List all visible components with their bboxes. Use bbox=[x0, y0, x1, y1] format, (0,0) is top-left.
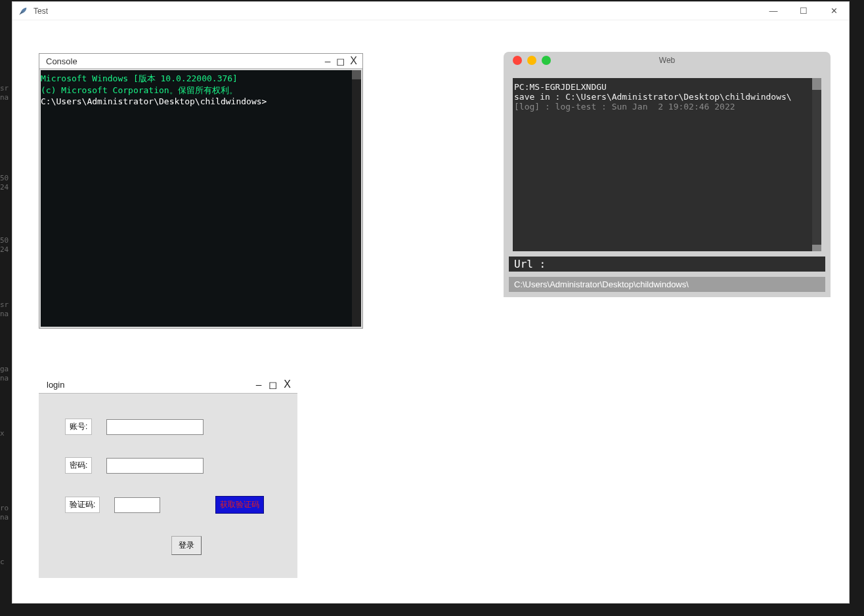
feather-icon bbox=[18, 6, 28, 16]
get-captcha-button[interactable]: 获取验证码 bbox=[215, 496, 264, 514]
account-label: 账号: bbox=[65, 419, 92, 435]
captcha-input[interactable] bbox=[114, 497, 160, 513]
login-window[interactable]: login ‒ ◻ X 账号: 密码: 验证码: bbox=[39, 376, 297, 578]
main-window: Test — ☐ ✕ Console ‒ ◻ X Microsoft Windo… bbox=[12, 1, 850, 604]
close-button[interactable]: ✕ bbox=[819, 2, 849, 20]
web-title: Web bbox=[504, 56, 831, 65]
console-title: Console bbox=[46, 56, 77, 66]
window-title: Test bbox=[33, 7, 48, 16]
login-minimize-button[interactable]: ‒ bbox=[255, 379, 262, 391]
console-prompt: C:\Users\Administrator\Desktop\childwind… bbox=[41, 96, 267, 106]
bg-fragment: x bbox=[0, 429, 9, 438]
bg-fragment: 50 24 bbox=[0, 174, 9, 192]
console-titlebar[interactable]: Console ‒ ◻ X bbox=[39, 54, 362, 69]
bg-fragment: 50 24 bbox=[0, 236, 9, 255]
login-close-button[interactable]: X bbox=[284, 379, 291, 391]
main-titlebar[interactable]: Test — ☐ ✕ bbox=[12, 2, 849, 20]
console-line-version: Microsoft Windows [版本 10.0.22000.376] bbox=[41, 73, 238, 83]
web-scrollbar[interactable] bbox=[812, 78, 821, 251]
console-window[interactable]: Console ‒ ◻ X Microsoft Windows [版本 10.0… bbox=[39, 53, 363, 329]
url-bar[interactable]: Url : bbox=[509, 257, 825, 272]
password-input[interactable] bbox=[106, 458, 204, 474]
login-titlebar[interactable]: login ‒ ◻ X bbox=[39, 376, 297, 394]
web-line-save: save in : C:\Users\Administrator\Desktop… bbox=[514, 92, 792, 102]
path-bar[interactable]: C:\Users\Administrator\Desktop\childwind… bbox=[509, 277, 825, 292]
captcha-label: 验证码: bbox=[65, 497, 100, 513]
console-output[interactable]: Microsoft Windows [版本 10.0.22000.376] (c… bbox=[41, 70, 361, 327]
console-maximize-button[interactable]: ◻ bbox=[336, 55, 345, 68]
web-window[interactable]: Web PC:MS-EGRJDELXNDGU save in : C:\User… bbox=[504, 52, 831, 297]
web-line-log: [log] : log-test : Sun Jan 2 19:02:46 20… bbox=[514, 102, 735, 112]
login-body: 账号: 密码: 验证码: 获取验证码 登录 bbox=[39, 394, 297, 578]
web-output[interactable]: PC:MS-EGRJDELXNDGU save in : C:\Users\Ad… bbox=[513, 78, 821, 251]
maximize-button[interactable]: ☐ bbox=[788, 2, 819, 20]
login-title: login bbox=[47, 380, 64, 390]
web-titlebar[interactable]: Web bbox=[504, 52, 831, 69]
bg-fragment: sr na bbox=[0, 300, 9, 319]
web-line-pc: PC:MS-EGRJDELXNDGU bbox=[514, 82, 607, 92]
main-body: Console ‒ ◻ X Microsoft Windows [版本 10.0… bbox=[12, 20, 849, 603]
minimize-button[interactable]: — bbox=[758, 2, 788, 20]
bg-fragment: c bbox=[0, 558, 9, 567]
password-label: 密码: bbox=[65, 457, 92, 474]
console-scrollbar[interactable] bbox=[352, 70, 361, 327]
console-close-button[interactable]: X bbox=[350, 55, 357, 68]
bg-fragment: sr na bbox=[0, 84, 9, 102]
account-input[interactable] bbox=[106, 419, 204, 435]
console-line-copyright: (c) Microsoft Corporation。保留所有权利。 bbox=[41, 85, 238, 95]
console-minimize-button[interactable]: ‒ bbox=[324, 55, 331, 68]
bg-fragment: ro na bbox=[0, 504, 9, 522]
login-button[interactable]: 登录 bbox=[171, 536, 202, 555]
login-maximize-button[interactable]: ◻ bbox=[269, 379, 277, 391]
bg-fragment: ga na bbox=[0, 365, 9, 383]
url-label: Url : bbox=[514, 258, 546, 270]
